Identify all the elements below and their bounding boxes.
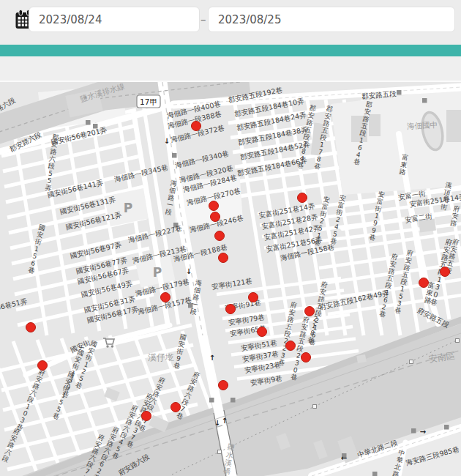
map-canvas[interactable]: PP17甲↓↓↑↓↑←→鹽水溪排水線溪仔墘安南區鹽水溪橋海佃國中國安街56巷20… bbox=[0, 82, 461, 476]
map-marker[interactable] bbox=[286, 341, 296, 351]
map-marker[interactable] bbox=[171, 403, 181, 412]
date-from-input[interactable] bbox=[29, 7, 200, 32]
map-marker[interactable] bbox=[161, 293, 170, 302]
map-marker[interactable] bbox=[305, 307, 315, 316]
map-marker[interactable] bbox=[298, 193, 307, 203]
map-marker[interactable] bbox=[441, 267, 450, 277]
one-way-arrow: ↓ bbox=[214, 419, 220, 427]
map-marker[interactable] bbox=[142, 412, 151, 421]
map-marker[interactable] bbox=[26, 323, 36, 332]
one-way-arrow: ↓ bbox=[186, 267, 192, 275]
parking-icon: P bbox=[153, 265, 162, 280]
svg-text:17甲: 17甲 bbox=[140, 97, 157, 106]
map-marker[interactable] bbox=[209, 201, 219, 211]
parking-icon: P bbox=[124, 201, 132, 215]
accent-bar bbox=[0, 45, 461, 56]
map-marker[interactable] bbox=[226, 305, 236, 314]
map-marker[interactable] bbox=[211, 212, 220, 222]
map-marker[interactable] bbox=[215, 231, 225, 241]
street-label: 溪仔墘 bbox=[148, 352, 174, 362]
date-range-separator: – bbox=[200, 13, 206, 26]
map-marker[interactable] bbox=[192, 122, 201, 131]
map-marker[interactable] bbox=[301, 353, 311, 362]
one-way-arrow: ↓ bbox=[164, 137, 170, 145]
one-way-arrow: ↑ bbox=[209, 354, 215, 362]
map-marker[interactable] bbox=[219, 253, 228, 263]
one-way-arrow: ← bbox=[341, 454, 347, 462]
one-way-arrow: → bbox=[420, 428, 426, 436]
map-marker[interactable] bbox=[419, 278, 429, 288]
toolbar-strip bbox=[0, 56, 461, 82]
map-marker[interactable] bbox=[258, 327, 267, 337]
date-range-header: – bbox=[0, 0, 461, 45]
map-marker[interactable] bbox=[249, 293, 258, 302]
one-way-arrow: ↑ bbox=[222, 417, 228, 425]
map-marker[interactable] bbox=[38, 361, 48, 371]
date-to-input[interactable] bbox=[208, 7, 455, 32]
street-label: 海佃國中 bbox=[407, 120, 438, 130]
route-shield: 17甲 bbox=[137, 95, 160, 108]
map-marker[interactable] bbox=[219, 381, 228, 390]
